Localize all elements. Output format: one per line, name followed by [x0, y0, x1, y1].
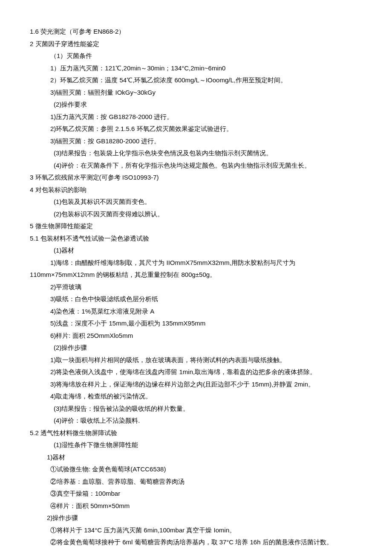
text-line: ②将金黄色葡萄球接种于 6ml 葡萄糖营养肉汤培养基内，取 37°C 培养 16… — [30, 536, 362, 549]
text-line: (1)包装及其标识不因灭菌而变色。 — [30, 196, 362, 208]
text-line: 2)操作步骤 — [30, 512, 362, 524]
text-line: (1)湿性条件下微生物屏障性能 — [30, 439, 362, 451]
text-line: 3)辐照灭菌：辐照剂量 IOkGy~30kGy — [30, 87, 362, 99]
text-line: 5.1 包装材料不透气性试验一染色渗透试验 — [30, 232, 362, 245]
text-line: （1）灭菌条件 — [30, 50, 362, 62]
text-line: 1)取一块面积与样片相同的吸纸，放在玻璃表面，将待测试料的内表面与吸纸接触。 — [30, 354, 362, 366]
text-line: 5.2 透气性材料微生物屏障试验 — [30, 427, 362, 439]
text-line: (1)器材 — [30, 244, 362, 257]
text-line: 1)压力蒸汽灭菌：按 GB18278-2000 进行。 — [30, 111, 362, 123]
text-line: 1）压力蒸汽灭菌：121℃,20min～30min；134°C,2min~6mi… — [30, 62, 362, 75]
text-line: 3)将海绵放在样片上，保证海绵的边缘在样片边部之内(且距边部不少于 15mm),… — [30, 378, 362, 391]
text-line: (2)包装标识不因灭菌而变得难以辨认。 — [30, 208, 362, 221]
text-line: 5)浅盘：深度不小于 15mm,最小面积为 135mmX95mm — [30, 317, 362, 330]
text-line: 6)样片: 面积 25OmmXlo5mm — [30, 330, 362, 342]
text-line: 3)吸纸：白色中快吸滤纸或色层分析纸 — [30, 293, 362, 305]
text-line: 4)取走海绵，检查纸的被污染情况。 — [30, 390, 362, 403]
text-line: (3)结果报告：包装袋上化学指示色块变色情况及包装内生物指示剂灭菌情况。 — [30, 147, 362, 160]
text-line: 1.6 荧光测定（可参考 EN868-2） — [30, 26, 362, 38]
text-line: 2)环氧乙烷灭菌：参照 2.1.5.6 环氧乙烷灭菌效果鉴定试验进行。 — [30, 123, 362, 135]
text-line: 2)将染色液倒入浅盘中，使海绵在浅盘内滞留 1min,取出海绵，靠着盘的边把多余… — [30, 366, 362, 378]
text-line: ③真空干燥箱：100mbar — [30, 488, 362, 500]
text-line: 2）环氯乙烷灭菌：温度 54℃,环氯乙烷浓度 600mg/L～IOoomg/L,… — [30, 74, 362, 87]
text-line: (4)评价：吸收纸上不沾染颜料. — [30, 415, 362, 427]
text-line: 1)海绵：由醋酸纤维海绵制取，其尺寸为 IIOmmX75mmX32mm,用防水胶… — [30, 257, 362, 269]
text-line: (4)评价：在灭菌条件下，所有化学指示色块均达规定颜色。包装内生物指示剂应无菌生… — [30, 160, 362, 172]
document-body: 1.6 荧光测定（可参考 EN868-2）2 灭菌因子穿透性能鉴定（1）灭菌条件… — [30, 26, 362, 549]
text-line: 5 微生物屏障性能鉴定 — [30, 220, 362, 232]
text-line: (2)操作步骤 — [30, 342, 362, 354]
text-line: (3)结果报告：报告被沾染的吸收纸的样片数量。 — [30, 403, 362, 415]
text-line: 4)染色液：1%觅菜红水溶液见附录 A — [30, 305, 362, 318]
text-line: 2 灭菌因子穿透性能鉴定 — [30, 38, 362, 50]
text-line: (2)操作要求 — [30, 99, 362, 111]
text-line: ②培养基：血琼脂、营养琼脂、葡萄糖营养肉汤 — [30, 476, 362, 488]
text-line: 1)器材 — [30, 451, 362, 464]
text-line: 3)辐照灭菌：按 GB18280-2000 进行。 — [30, 135, 362, 148]
text-line: 2)平滑玻璃 — [30, 281, 362, 293]
text-line: 3 环氧乙烷残留水平测定(可参考 ISO10993-7) — [30, 171, 362, 184]
text-line: 110mm×75mmX12mm 的钢板粘结，其总重量控制在 800g±50g。 — [30, 269, 362, 281]
text-line: 4 对包装标识的影响 — [30, 184, 362, 196]
text-line: ④样片：面积 50mm×50mm — [30, 500, 362, 512]
text-line: ①试验微生物: 金黄色葡萄球(ATCC6538) — [30, 463, 362, 476]
text-line: ①将样片于 134°C 压力蒸汽灭菌 6min,100mbar 真空干燥 Iom… — [30, 524, 362, 537]
